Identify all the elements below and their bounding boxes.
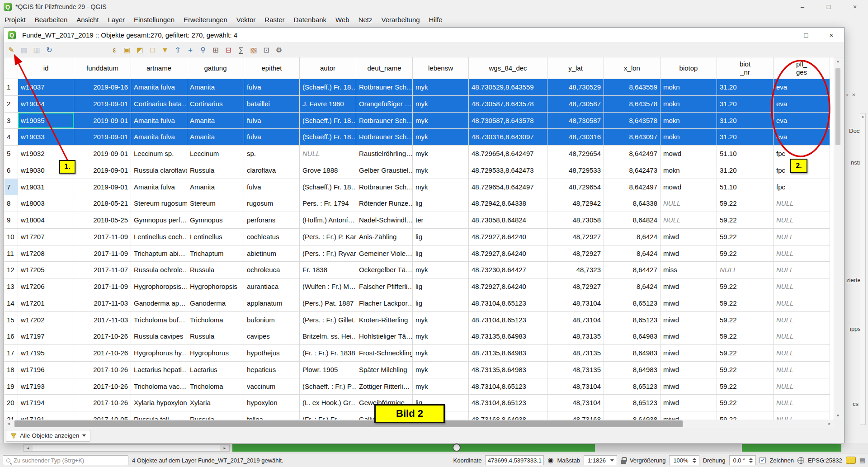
cell-y_lat[interactable]: 48,73104 xyxy=(547,312,604,329)
column-header-x_lon[interactable]: x_lon xyxy=(604,57,660,79)
cell-gattung[interactable]: Russula xyxy=(187,328,244,345)
cell-x_lon[interactable]: 8,65123 xyxy=(604,395,660,411)
cell-lebensw[interactable]: myk xyxy=(413,262,469,278)
cell-biotop[interactable]: miwd xyxy=(660,395,717,411)
cell-lebensw[interactable]: myk xyxy=(413,345,469,362)
menu-item-web[interactable]: Web xyxy=(331,16,354,24)
cell-biot_nr[interactable]: 59.22 xyxy=(717,411,774,420)
cell-biot_nr[interactable]: 59.22 xyxy=(717,378,774,395)
cell-wgs_84_dec[interactable]: 48.72927,8.64240 xyxy=(469,245,547,262)
messages-icon[interactable] xyxy=(846,457,856,464)
cell-autor[interactable]: (Schaeff.) Fr. 18… xyxy=(300,129,356,146)
cell-y_lat[interactable]: 48,73104 xyxy=(547,378,604,395)
cell-lebensw[interactable]: lig xyxy=(413,295,469,312)
horizontal-scroll-thumb[interactable] xyxy=(14,420,683,427)
cell-gattung[interactable]: Amanita xyxy=(187,113,244,129)
cell-biot_nr[interactable]: 59.22 xyxy=(717,395,774,411)
cell-gattung[interactable]: Amanita xyxy=(187,179,244,196)
cell-biot_nr[interactable]: 59.22 xyxy=(717,245,774,262)
maximize-button[interactable]: □ xyxy=(816,0,842,14)
cell-id[interactable]: w17202 xyxy=(18,312,74,329)
cell-gattung[interactable]: Tricholoma xyxy=(187,312,244,329)
cell-biotop[interactable]: miwd xyxy=(660,229,717,245)
cell-x_lon[interactable]: 8,643578 xyxy=(604,96,660,113)
cell-epithet[interactable]: fulva xyxy=(244,79,300,96)
cell-id[interactable]: w19034 xyxy=(18,96,74,113)
lock-scale-icon[interactable] xyxy=(621,457,626,464)
cell-artname[interactable]: Russula cavipes xyxy=(131,328,187,345)
select-all-button[interactable]: ▣ xyxy=(122,45,132,56)
cell-deut_name[interactable]: Raustielröhrling… xyxy=(356,146,413,162)
cell-funddatum[interactable]: 2019-09-01 xyxy=(74,162,131,179)
cell-deut_name[interactable]: Rotbrauner Sch… xyxy=(356,129,413,146)
cell-pfl_ges[interactable]: NULL xyxy=(774,362,830,378)
row-number[interactable]: 15 xyxy=(5,312,18,329)
new-field-button[interactable]: ⊞ xyxy=(210,45,221,56)
menu-item-verarbeitung[interactable]: Verarbeitung xyxy=(377,16,425,24)
cell-wgs_84_dec[interactable]: 48.73104,8.65123 xyxy=(469,312,547,329)
cell-wgs_84_dec[interactable]: 48.72927,8.64240 xyxy=(469,229,547,245)
close-button[interactable]: × xyxy=(842,0,868,14)
cell-y_lat[interactable]: 48,730587 xyxy=(547,113,604,129)
row-number[interactable]: 4 xyxy=(5,129,18,146)
conditional-formatting-button[interactable]: ▧ xyxy=(248,45,259,56)
cell-funddatum[interactable]: 2019-09-01 xyxy=(74,179,131,196)
cell-pfl_ges[interactable]: NULL xyxy=(774,195,830,212)
cell-y_lat[interactable]: 48,729654 xyxy=(547,146,604,162)
menu-item-erweiterungen[interactable]: Erweiterungen xyxy=(179,16,232,24)
cell-x_lon[interactable]: 8,6424 xyxy=(604,245,660,262)
cell-autor[interactable]: Plowr. 1905 xyxy=(300,362,356,378)
cell-gattung[interactable]: Amanita xyxy=(187,79,244,96)
menu-item-projekt[interactable]: Projekt xyxy=(0,16,30,24)
attr-maximize-button[interactable]: □ xyxy=(793,28,819,42)
cell-biotop[interactable]: miwd xyxy=(660,295,717,312)
cell-deut_name[interactable]: Nadel-Schwindl… xyxy=(356,212,413,229)
cell-wgs_84_dec[interactable]: 48.73058,8.64824 xyxy=(469,212,547,229)
cell-id[interactable]: w19035 xyxy=(18,113,74,129)
cell-gattung[interactable]: Xylaria xyxy=(187,395,244,411)
row-number[interactable]: 3 xyxy=(5,113,18,129)
cell-biot_nr[interactable]: 59.22 xyxy=(717,312,774,329)
cell-x_lon[interactable]: 8,643578 xyxy=(604,113,660,129)
cell-biot_nr[interactable]: 59.22 xyxy=(717,195,774,212)
cell-x_lon[interactable]: 8,642473 xyxy=(604,162,660,179)
coordinate-input[interactable]: 473699.4,5397333.1 xyxy=(485,455,544,465)
cell-deut_name[interactable]: Kröten-Ritterling xyxy=(356,312,413,329)
cell-deut_name[interactable]: Gemeiner Viole… xyxy=(356,245,413,262)
scroll-left-icon[interactable]: ◄ xyxy=(5,420,13,428)
cell-gattung[interactable]: Leccinum xyxy=(187,146,244,162)
cell-wgs_84_dec[interactable]: 48.73135,8.64983 xyxy=(469,345,547,362)
cell-autor[interactable]: Britzelm. ss. Hei… xyxy=(300,328,356,345)
cell-epithet[interactable]: cochleatus xyxy=(244,229,300,245)
cell-autor[interactable]: Grove 1888 xyxy=(300,162,356,179)
cell-deut_name[interactable]: Rotbrauner Sch… xyxy=(356,79,413,96)
cell-wgs_84_dec[interactable]: 48.73135,8.64983 xyxy=(469,328,547,345)
cell-biot_nr[interactable]: 31.20 xyxy=(717,79,774,96)
cell-id[interactable]: w17195 xyxy=(18,345,74,362)
cell-biotop[interactable]: mokn xyxy=(660,96,717,113)
cell-funddatum[interactable]: 2017-10-26 xyxy=(74,345,131,362)
cell-pfl_ges[interactable]: NULL xyxy=(774,328,830,345)
cell-artname[interactable]: Amanita fulva xyxy=(131,113,187,129)
cell-autor[interactable]: (Schaeff.) Fr. 18… xyxy=(300,113,356,129)
column-header-deut_name[interactable]: deut_name xyxy=(356,57,413,79)
reload-button[interactable]: ↻ xyxy=(44,45,55,56)
cell-pfl_ges[interactable]: NULL xyxy=(774,229,830,245)
cell-y_lat[interactable]: 48,73135 xyxy=(547,362,604,378)
cell-artname[interactable]: Lactarius hepati… xyxy=(131,362,187,378)
cell-autor[interactable]: NULL xyxy=(300,146,356,162)
column-header-biot_nr[interactable]: biot _nr xyxy=(717,57,774,79)
menu-item-datenbank[interactable]: Datenbank xyxy=(289,16,331,24)
cell-wgs_84_dec[interactable]: 48.73104,8.65123 xyxy=(469,295,547,312)
cell-biotop[interactable]: miwd xyxy=(660,345,717,362)
cell-y_lat[interactable]: 48,73168 xyxy=(547,411,604,420)
cell-biot_nr[interactable]: NULL xyxy=(717,262,774,278)
cell-artname[interactable]: Gymnopus perf… xyxy=(131,212,187,229)
cell-id[interactable]: w18003 xyxy=(18,195,74,212)
cell-autor[interactable]: Pers. : Fr. 1794 xyxy=(300,195,356,212)
cell-artname[interactable]: Russula fell… xyxy=(131,411,187,420)
pan-to-selection-button[interactable]: ＋ xyxy=(185,45,196,56)
row-number[interactable]: 2 xyxy=(5,96,18,113)
scale-combobox[interactable]: 1:1826 xyxy=(584,455,617,465)
cell-epithet[interactable]: hepaticus xyxy=(244,362,300,378)
